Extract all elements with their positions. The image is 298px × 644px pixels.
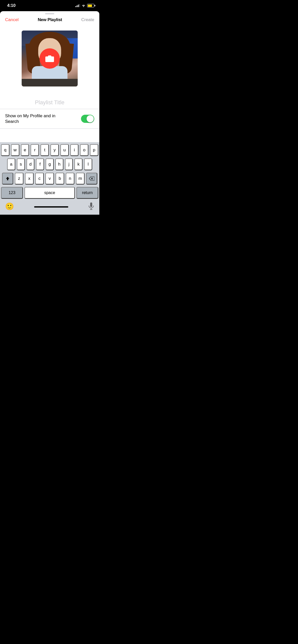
key-g[interactable]: g: [46, 158, 54, 170]
camera-icon: [45, 55, 54, 62]
key-u[interactable]: u: [60, 144, 69, 156]
key-y[interactable]: y: [50, 144, 59, 156]
modal-sheet: Cancel New Playlist Create: [0, 11, 99, 215]
key-c[interactable]: c: [35, 173, 44, 184]
keyboard-emoji-row: 🙂: [1, 200, 98, 214]
title-input-area: [0, 99, 99, 109]
key-n[interactable]: n: [66, 173, 74, 184]
key-v[interactable]: v: [45, 173, 54, 184]
key-h[interactable]: h: [55, 158, 63, 170]
key-r[interactable]: r: [31, 144, 39, 156]
key-p[interactable]: p: [90, 144, 98, 156]
keyboard: qwertyuiop asdfghjkl zxcvbnm 123spaceret…: [0, 142, 99, 215]
key-w[interactable]: w: [11, 144, 19, 156]
key-x[interactable]: x: [25, 173, 34, 184]
album-art-container[interactable]: [22, 31, 78, 86]
number-key[interactable]: 123: [1, 187, 23, 199]
key-m[interactable]: m: [76, 173, 85, 184]
emoji-button[interactable]: 🙂: [5, 202, 14, 211]
battery-icon: [87, 4, 94, 7]
status-bar: 4:10: [0, 0, 99, 11]
key-s[interactable]: s: [17, 158, 25, 170]
key-d[interactable]: d: [26, 158, 35, 170]
delete-key[interactable]: [86, 173, 97, 184]
key-e[interactable]: e: [21, 144, 29, 156]
toggle-thumb: [87, 115, 94, 122]
keyboard-row-3: zxcvbnm: [1, 173, 98, 184]
nav-title: New Playlist: [38, 17, 62, 22]
keyboard-row-4: 123spacereturn: [1, 187, 98, 199]
key-i[interactable]: i: [70, 144, 79, 156]
shift-key[interactable]: [2, 173, 13, 184]
key-z[interactable]: z: [15, 173, 23, 184]
key-j[interactable]: j: [65, 158, 73, 170]
key-b[interactable]: b: [56, 173, 64, 184]
return-key[interactable]: return: [76, 187, 98, 199]
svg-rect-6: [90, 202, 92, 207]
status-icons: [75, 4, 94, 7]
keyboard-row-1: qwertyuiop: [1, 144, 98, 156]
key-f[interactable]: f: [36, 158, 44, 170]
wifi-icon: [82, 4, 86, 7]
svg-point-3: [52, 57, 53, 58]
cancel-button[interactable]: Cancel: [5, 17, 19, 22]
signal-icon: [75, 4, 80, 7]
camera-overlay-button[interactable]: [39, 48, 60, 69]
keyboard-row-2: asdfghjkl: [1, 158, 98, 170]
microphone-icon[interactable]: [88, 202, 94, 211]
home-indicator: [34, 206, 68, 208]
key-o[interactable]: o: [80, 144, 88, 156]
nav-bar: Cancel New Playlist Create: [0, 14, 99, 25]
key-l[interactable]: l: [84, 158, 92, 170]
svg-point-0: [83, 7, 84, 7]
playlist-title-input[interactable]: [5, 99, 94, 106]
key-q[interactable]: q: [1, 144, 9, 156]
toggle-label: Show on My Profile and in Search: [5, 113, 69, 124]
toggle-row: Show on My Profile and in Search: [0, 109, 99, 129]
space-key[interactable]: space: [24, 187, 75, 199]
content-area: Show on My Profile and in Search: [0, 25, 99, 129]
key-k[interactable]: k: [74, 158, 83, 170]
key-a[interactable]: a: [7, 158, 15, 170]
status-time: 4:10: [7, 3, 16, 8]
key-t[interactable]: t: [40, 144, 49, 156]
profile-search-toggle[interactable]: [81, 115, 94, 123]
create-button[interactable]: Create: [81, 17, 94, 22]
svg-point-2: [49, 58, 51, 60]
